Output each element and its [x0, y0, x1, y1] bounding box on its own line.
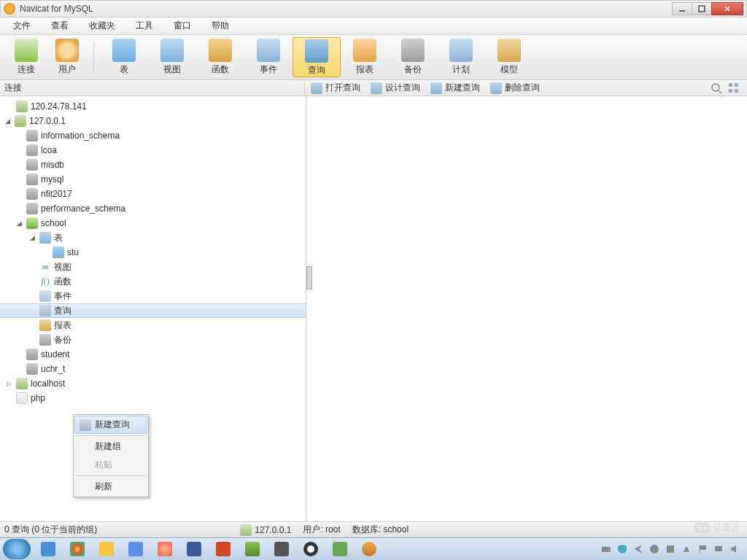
tree-connection[interactable]: ◢127.0.0.1	[0, 114, 306, 128]
tool-user[interactable]: 用户	[47, 39, 88, 76]
tree-connection[interactable]: 120.24.78.141	[0, 99, 306, 114]
menu-favorites[interactable]: 收藏夹	[79, 20, 125, 32]
expand-icon[interactable]: ▷	[4, 379, 13, 388]
menu-tools[interactable]: 工具	[125, 20, 163, 32]
app-icon	[4, 3, 15, 15]
database-icon	[26, 349, 38, 360]
status-host: 127.0.0.1	[255, 525, 291, 535]
status-bar: 0 查询 (0 位于当前的组) 127.0.0.1 用户: root 数据库: …	[0, 521, 747, 537]
function-icon	[209, 39, 232, 62]
tree-file[interactable]: php	[0, 391, 306, 405]
search-icon[interactable]	[711, 82, 722, 94]
status-db: 数据库: school	[352, 524, 409, 536]
design-query-button[interactable]: 设计查询	[371, 82, 420, 94]
svg-rect-15	[715, 546, 722, 551]
svg-rect-10	[602, 547, 611, 552]
tree-table-stu[interactable]: stu	[0, 245, 306, 260]
tree-reports-folder[interactable]: 报表	[0, 318, 306, 332]
tool-event[interactable]: 事件	[244, 39, 293, 76]
taskbar-item[interactable]	[34, 540, 63, 559]
tree-db[interactable]: mysql	[0, 172, 306, 187]
tool-connection[interactable]: 连接	[6, 39, 47, 76]
tree-db[interactable]: lcoa	[0, 143, 306, 158]
connection-tree[interactable]: 120.24.78.141 ◢127.0.0.1 information_sch…	[0, 96, 306, 521]
ctx-refresh[interactable]: 刷新	[74, 478, 147, 496]
function-icon: f()	[39, 276, 51, 287]
query-icon	[39, 305, 51, 316]
tree-db[interactable]: student	[0, 347, 306, 362]
minimize-button[interactable]	[672, 2, 692, 15]
delete-query-button[interactable]: 删除查询	[490, 82, 540, 94]
tree-connection[interactable]: ▷localhost	[0, 376, 306, 391]
tool-schedule[interactable]: 计划	[437, 39, 485, 76]
svg-line-5	[719, 90, 721, 93]
tool-function[interactable]: 函数	[196, 39, 244, 76]
tool-report[interactable]: 报表	[341, 39, 389, 76]
tree-db[interactable]: misdb	[0, 158, 306, 172]
tree-events-folder[interactable]: 事件	[0, 289, 306, 303]
tree-tables-folder[interactable]: ◢表	[0, 230, 306, 245]
collapse-icon[interactable]: ◢	[3, 117, 12, 125]
close-button[interactable]	[711, 2, 743, 15]
tree-db-school[interactable]: ◢school	[0, 216, 306, 230]
tree-functions-folder[interactable]: f()函数	[0, 274, 306, 289]
server-icon	[16, 101, 28, 112]
tool-view[interactable]: 视图	[148, 39, 196, 76]
collapse-icon[interactable]: ◢	[28, 233, 36, 242]
tray-flag-icon[interactable]	[697, 544, 708, 554]
svg-rect-12	[667, 545, 674, 553]
start-button[interactable]	[3, 539, 31, 559]
tool-query[interactable]: 查询	[293, 37, 341, 77]
database-icon	[26, 363, 38, 375]
tree-header: 连接	[0, 80, 305, 96]
tree-db[interactable]: performance_schema	[0, 201, 306, 216]
taskbar-item[interactable]	[296, 540, 325, 559]
tool-backup[interactable]: 备份	[389, 39, 437, 76]
tray-icon[interactable]	[665, 544, 676, 554]
taskbar-item[interactable]	[150, 540, 179, 559]
taskbar-item[interactable]	[209, 540, 238, 559]
open-query-button[interactable]: 打开查询	[311, 82, 360, 94]
database-icon	[26, 174, 38, 185]
tree-db[interactable]: information_schema	[0, 128, 306, 143]
tree-db[interactable]: nfit2017	[0, 187, 306, 201]
taskbar-item[interactable]	[121, 540, 150, 559]
taskbar-item[interactable]	[92, 540, 121, 559]
taskbar-item[interactable]	[238, 540, 267, 559]
tray-volume-icon[interactable]	[729, 544, 740, 554]
taskbar-item[interactable]	[267, 540, 296, 559]
windows-taskbar[interactable]	[0, 537, 747, 560]
menu-file[interactable]: 文件	[3, 20, 41, 32]
taskbar-item[interactable]	[325, 540, 355, 559]
ctx-new-group[interactable]: 新建组	[74, 438, 147, 456]
tray-shield-icon[interactable]	[617, 544, 627, 554]
status-count: 0 查询 (0 位于当前的组)	[4, 524, 97, 536]
taskbar-item[interactable]	[179, 540, 209, 559]
tree-db[interactable]: uchr_t	[0, 362, 306, 376]
taskbar-item[interactable]	[355, 540, 384, 559]
tool-table[interactable]: 表	[100, 39, 148, 76]
tool-model[interactable]: 模型	[485, 39, 533, 76]
tray-icon[interactable]	[601, 544, 611, 554]
tray-icon[interactable]	[633, 544, 643, 554]
svg-rect-6	[729, 83, 732, 87]
collapse-icon[interactable]: ◢	[15, 219, 23, 228]
view-icon: ∞	[39, 261, 51, 273]
ctx-new-query[interactable]: 新建查询	[74, 416, 147, 434]
tray-network-icon[interactable]	[713, 544, 724, 554]
new-query-button[interactable]: 新建查询	[430, 82, 480, 94]
system-tray[interactable]	[601, 544, 744, 554]
new-query-icon	[80, 419, 91, 431]
tray-icon[interactable]	[649, 544, 659, 554]
tray-icon[interactable]	[681, 544, 692, 554]
tree-backup-folder[interactable]: 备份	[0, 332, 306, 347]
menu-view[interactable]: 查看	[41, 20, 79, 32]
taskbar-item[interactable]	[63, 540, 92, 559]
grid-view-icon[interactable]	[728, 82, 740, 94]
status-server-icon	[240, 524, 252, 536]
tree-queries-folder[interactable]: 查询	[0, 303, 306, 318]
menu-help[interactable]: 帮助	[201, 20, 239, 32]
tree-views-folder[interactable]: ∞视图	[0, 260, 306, 274]
maximize-button[interactable]	[692, 2, 712, 15]
menu-window[interactable]: 窗口	[163, 20, 201, 32]
